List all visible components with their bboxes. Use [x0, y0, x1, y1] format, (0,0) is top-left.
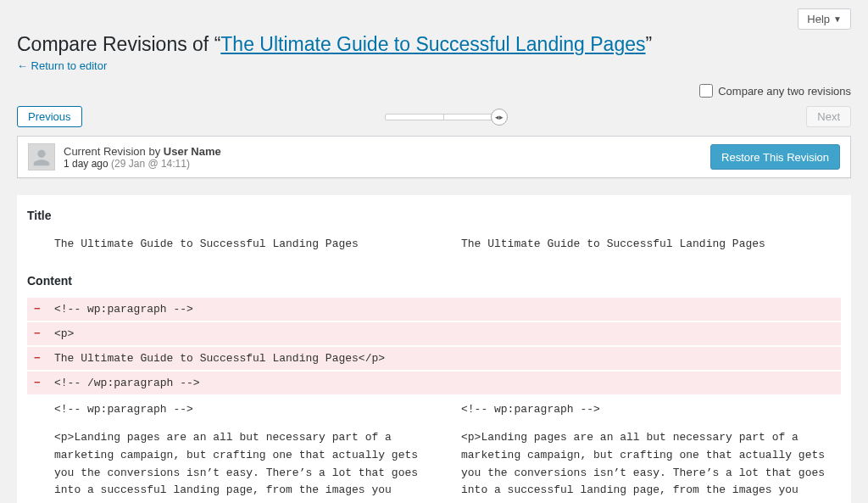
slider-track: [385, 114, 504, 120]
restore-revision-button[interactable]: Restore This Revision: [710, 144, 840, 170]
revision-slider[interactable]: ◂▸: [91, 114, 798, 120]
return-to-editor-link[interactable]: ← Return to editor: [17, 59, 107, 72]
section-content-label: Content: [27, 274, 841, 288]
para-right: <p>Landing pages are an all but necessar…: [454, 421, 841, 503]
title-right: The Ultimate Guide to Successful Landing…: [454, 232, 841, 255]
revision-timestamp: (29 Jan @ 14:11): [111, 158, 190, 170]
title-left: The Ultimate Guide to Successful Landing…: [47, 232, 434, 255]
slider-arrows-icon: ◂▸: [495, 113, 504, 121]
page-title: Compare Revisions of “The Ultimate Guide…: [17, 33, 851, 56]
revision-ago: 1 day ago: [64, 158, 108, 170]
previous-button[interactable]: Previous: [17, 106, 82, 127]
person-icon: [30, 146, 53, 170]
removed-text: <!-- /wp:paragraph -->: [47, 372, 434, 394]
block-open-left: <!-- wp:paragraph -->: [47, 394, 434, 421]
revision-time-line: 1 day ago (29 Jan @ 14:11): [64, 158, 221, 170]
removed-text: <!-- wp:paragraph -->: [47, 298, 434, 321]
post-title-link[interactable]: The Ultimate Guide to Successful Landing…: [220, 33, 645, 55]
revision-user: User Name: [164, 145, 221, 158]
diff-removed-line: <!-- /wp:paragraph -->: [27, 372, 841, 394]
section-title-label: Title: [27, 209, 841, 222]
diff-panel: Title The Ultimate Guide to Successful L…: [17, 195, 851, 503]
heading-suffix: ”: [645, 33, 652, 55]
compare-any-checkbox[interactable]: [699, 84, 713, 98]
diff-removed-line: <p>: [27, 322, 841, 345]
heading-prefix: Compare Revisions of “: [17, 33, 220, 55]
content-diff-table: <!-- wp:paragraph --> <p> The Ultimate G…: [27, 298, 841, 503]
revision-meta-card: Current Revision by User Name 1 day ago …: [17, 136, 851, 178]
help-button[interactable]: Help ▼: [798, 8, 851, 30]
block-open-right: <!-- wp:paragraph -->: [454, 394, 841, 421]
para-left: <p>Landing pages are an all but necessar…: [47, 421, 434, 503]
diff-removed-line: <!-- wp:paragraph -->: [27, 298, 841, 321]
help-label: Help: [807, 13, 830, 25]
removed-text: <p>: [47, 322, 434, 345]
compare-any-label[interactable]: Compare any two revisions: [718, 85, 851, 98]
title-diff-table: The Ultimate Guide to Successful Landing…: [27, 232, 841, 255]
diff-removed-line: The Ultimate Guide to Successful Landing…: [27, 347, 841, 370]
revision-by-prefix: Current Revision by: [64, 145, 164, 158]
next-button: Next: [806, 106, 851, 127]
avatar: [28, 143, 55, 170]
slider-handle[interactable]: ◂▸: [491, 109, 508, 126]
chevron-down-icon: ▼: [833, 14, 842, 24]
removed-text: The Ultimate Guide to Successful Landing…: [47, 347, 434, 370]
revision-author-line: Current Revision by User Name: [64, 145, 221, 158]
